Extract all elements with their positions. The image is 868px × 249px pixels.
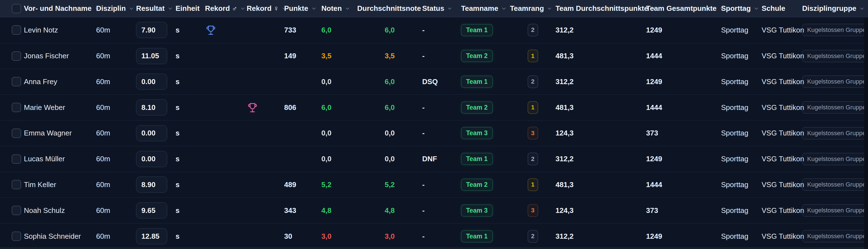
team-average-points-value: 481,3	[556, 103, 574, 112]
cell-schule: VSG Tuttikon	[762, 77, 802, 86]
team-total-points-value: 1249	[646, 155, 662, 163]
table-row: Levin Notz60ms7336,06,0-Team 12312,21249…	[0, 17, 868, 43]
sort-chevron-icon[interactable]	[501, 6, 507, 11]
row-checkbox[interactable]	[12, 231, 21, 241]
team-total-points-value: 373	[646, 129, 658, 137]
column-header-teamrang[interactable]: Teamrang	[510, 4, 556, 13]
cell-disziplin: 60m	[96, 77, 136, 86]
cell-einheit: s	[176, 52, 202, 60]
grade-value: 5,2	[321, 181, 331, 189]
horizontal-scrollbar[interactable]	[0, 247, 864, 249]
cell-durchschnittsnote: 0,0	[357, 155, 422, 163]
resultat-input[interactable]	[136, 99, 167, 116]
sports-day-value: Sporttag	[721, 232, 748, 241]
points-value: 30	[284, 232, 292, 241]
sort-chevron-icon[interactable]	[859, 6, 865, 11]
status-value: DNF	[422, 155, 437, 163]
cell-resultat	[136, 203, 176, 218]
header-row: Vor- und NachnameDisziplinResultatEinhei…	[0, 0, 868, 17]
sort-chevron-icon[interactable]	[547, 6, 552, 11]
status-value: -	[422, 129, 425, 137]
sort-chevron-icon[interactable]	[167, 6, 173, 11]
sort-chevron-icon[interactable]	[345, 6, 350, 11]
unit-value: s	[176, 181, 180, 189]
cell-einheit: s	[176, 129, 202, 137]
select-all-checkbox[interactable]	[12, 4, 21, 13]
column-header-sporttag[interactable]: Sporttag	[721, 4, 762, 13]
discipline-value: 60m	[96, 181, 110, 189]
column-header-label: Team Gesamtpunkte	[646, 4, 717, 13]
cell-gruppe: Kugelstossen Gruppe 2	[802, 101, 868, 114]
athlete-name: Noah Schulz	[24, 206, 65, 215]
row-checkbox[interactable]	[12, 77, 21, 86]
team-average-points-value: 124,3	[556, 129, 574, 137]
grade-value: 6,0	[321, 26, 331, 34]
column-header-team_avg[interactable]: Team Durchschnittspunkte	[556, 4, 646, 13]
cell-name: Anna Frey	[24, 77, 96, 86]
column-header-disziplin[interactable]: Disziplin	[96, 4, 136, 13]
row-checkbox[interactable]	[12, 180, 21, 189]
school-value: VSG Tuttikon	[762, 181, 804, 189]
table-row: Sophia Schneider60ms303,03,0-Team 12312,…	[0, 223, 868, 249]
cell-schule: VSG Tuttikon	[762, 232, 802, 241]
cell-teamrang: 1	[510, 101, 556, 114]
column-header-name[interactable]: Vor- und Nachname	[24, 4, 96, 13]
column-header-resultat[interactable]: Resultat	[136, 4, 176, 13]
cell-noten: 5,2	[321, 181, 357, 189]
cell-teamname: Team 1	[461, 76, 510, 88]
column-header-noten[interactable]: Noten	[321, 4, 357, 13]
cell-name: Levin Notz	[24, 26, 96, 34]
sports-day-value: Sporttag	[721, 77, 748, 86]
resultat-input[interactable]	[136, 22, 167, 38]
grade-value: 3,0	[321, 232, 331, 241]
cell-gruppe: Kugelstossen Gruppe 1	[802, 127, 868, 139]
resultat-input[interactable]	[136, 73, 167, 90]
resultat-input[interactable]	[136, 125, 167, 141]
row-checkbox[interactable]	[12, 128, 21, 138]
cell-sporttag: Sporttag	[721, 77, 762, 86]
sort-chevron-icon[interactable]	[753, 6, 759, 11]
status-value: -	[422, 52, 425, 60]
cell-status: -	[422, 26, 461, 34]
sports-day-value: Sporttag	[721, 52, 748, 60]
column-header-durchschnittsnote[interactable]: Durchschnittsnote	[357, 4, 422, 13]
column-header-teamname[interactable]: Teamname	[461, 4, 510, 13]
row-checkbox[interactable]	[12, 154, 21, 164]
cell-sporttag: Sporttag	[721, 129, 762, 137]
cell-sporttag: Sporttag	[721, 181, 762, 189]
resultat-input[interactable]	[136, 177, 167, 193]
cell-sporttag: Sporttag	[721, 206, 762, 215]
column-header-team_total[interactable]: Team Gesamtpunkte	[646, 4, 721, 13]
cell-resultat	[136, 48, 176, 64]
discipline-group-badge: Kugelstossen Gruppe 2	[802, 179, 868, 191]
cell-sporttag: Sporttag	[721, 52, 762, 60]
average-grade-value: 0,0	[385, 155, 395, 163]
column-header-gruppe[interactable]: Disziplingruppe	[802, 4, 868, 13]
cell-durchschnittsnote: 6,0	[357, 77, 422, 86]
row-checkbox[interactable]	[12, 25, 21, 35]
grade-value: 6,0	[321, 103, 331, 112]
row-checkbox[interactable]	[12, 103, 21, 112]
grade-value: 4,8	[321, 206, 331, 215]
cell-noten: 0,0	[321, 77, 357, 86]
sort-chevron-icon[interactable]	[311, 6, 317, 11]
sort-chevron-icon[interactable]	[129, 6, 134, 11]
average-grade-value: 3,5	[385, 52, 395, 60]
column-header-rekord_f[interactable]: Rekord ♀	[244, 4, 284, 13]
column-header-punkte[interactable]: Punkte	[284, 4, 321, 13]
resultat-input[interactable]	[136, 48, 167, 64]
row-checkbox[interactable]	[12, 206, 21, 215]
school-value: VSG Tuttikon	[762, 52, 804, 60]
column-header-rekord_m[interactable]: Rekord ♂	[202, 4, 244, 13]
rank-badge: 1	[528, 101, 538, 114]
sort-chevron-icon[interactable]	[447, 6, 453, 11]
vertical-scrollbar[interactable]	[864, 17, 868, 247]
resultat-input[interactable]	[136, 151, 167, 167]
resultat-input[interactable]	[136, 203, 167, 218]
cell-disziplin: 60m	[96, 52, 136, 60]
row-checkbox[interactable]	[12, 51, 21, 61]
resultat-input[interactable]	[136, 228, 167, 244]
column-header-status[interactable]: Status	[422, 4, 461, 13]
cell-teamrang: 3	[510, 204, 556, 217]
cell-punkte: 343	[284, 206, 321, 215]
